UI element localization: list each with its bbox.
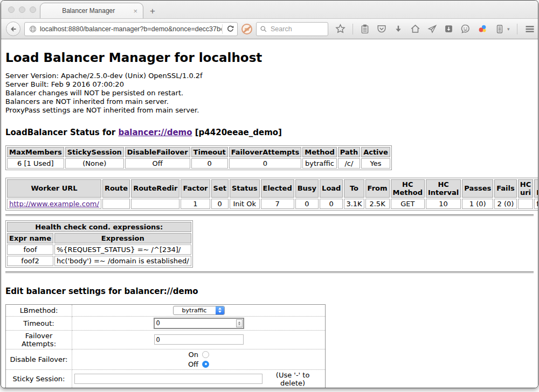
col-active: Active (361, 147, 390, 157)
disable-failover-on-radio[interactable] (202, 351, 209, 358)
select-stepper-icon (216, 306, 224, 314)
proxypass-note-line: ProxyPass settings are NOT inherited fro… (5, 106, 534, 115)
share-icon[interactable] (427, 24, 437, 34)
disable-failover-label: Disable Failover: (6, 349, 72, 369)
url-text[interactable]: localhost:8880/balancer-manager?b=demo&n… (40, 25, 222, 33)
edit-balancer-form: LBmethod: bytraffic Timeout: (5, 304, 326, 388)
chat-icon[interactable] (460, 24, 471, 34)
back-icon (9, 25, 18, 33)
bookmarks-menu-icon[interactable] (360, 24, 370, 34)
radio-off-label: Off (188, 360, 198, 368)
lbmethod-select[interactable]: bytraffic (173, 306, 225, 315)
worker-url-link[interactable]: http://www.example.com/ (9, 200, 99, 208)
search-bar[interactable] (256, 22, 328, 36)
sidebar-icon[interactable] (495, 24, 505, 34)
navigation-toolbar: localhost:8880/balancer-manager?b=demo&n… (1, 18, 538, 39)
toolbar-icons: ▾ (335, 24, 538, 34)
table-row: 6 [1 Used] (None) Off 0 0 bytraffic /c/ … (7, 158, 390, 169)
menu-icon[interactable] (524, 24, 535, 34)
timeout-field-wrapper (154, 318, 244, 329)
server-version-line: Server Version: Apache/2.5.0-dev (Unix) … (5, 72, 534, 80)
back-button[interactable] (6, 22, 20, 36)
page-content: Load Balancer Manager for localhost Serv… (1, 51, 538, 388)
tab-title: Balancer Manager (45, 7, 132, 15)
close-window-button[interactable] (8, 6, 15, 13)
tab-bar: Balancer Manager × + (1, 1, 538, 18)
lbmethod-label: LBmethod: (6, 304, 72, 316)
home-icon[interactable] (410, 24, 420, 34)
sidebar-caret-icon[interactable]: ▾ (507, 26, 510, 32)
hello-icon[interactable] (478, 24, 488, 34)
sticky-session-hint: (Use '-' to delete) (262, 371, 323, 387)
balancer-status-heading: LoadBalancer Status for balancer://demo … (5, 128, 534, 137)
minimize-window-button[interactable] (19, 6, 25, 13)
sticky-session-label: Sticky Session: (6, 369, 72, 388)
window-controls (8, 6, 36, 13)
timeout-label: Timeout: (6, 316, 72, 330)
tab-close-icon[interactable]: × (132, 8, 139, 15)
col-expr-name: Expr name (7, 233, 53, 243)
health-row: foof2 hc('body') =~ /domain is establish… (7, 256, 191, 266)
download-icon[interactable] (393, 24, 403, 34)
health-check-table: Health check cond. expressions: Expr nam… (5, 220, 193, 268)
new-tab-button[interactable]: + (150, 6, 155, 16)
reload-button[interactable] (223, 25, 237, 33)
pocket-icon[interactable] (377, 24, 386, 34)
inherit-note-line: Balancers are NOT inherited from main se… (5, 97, 534, 106)
col-expression: Expression (54, 233, 191, 243)
health-row: foof %{REQUEST_STATUS} =~ /^[234]/ (7, 244, 191, 255)
save-page-icon[interactable] (444, 24, 453, 33)
col-failoverattempts: FailoverAttempts (229, 147, 302, 157)
globe-icon (25, 25, 40, 33)
timeout-input[interactable] (155, 319, 236, 327)
col-maxmembers: MaxMembers (7, 147, 64, 157)
col-worker-url: Worker URL (7, 179, 101, 198)
col-path: Path (338, 147, 360, 157)
col-disablefailover: DisableFailover (125, 147, 190, 157)
worker-table: Worker URL Route RouteRedir Factor Set S… (5, 178, 538, 211)
server-info: Server Version: Apache/2.5.0-dev (Unix) … (5, 72, 534, 115)
section-divider (5, 271, 534, 274)
bookmark-star-icon[interactable] (335, 24, 345, 34)
balancer-demo-link[interactable]: balancer://demo (118, 128, 192, 137)
col-timeout: Timeout (191, 147, 228, 157)
sticky-session-input[interactable] (74, 374, 262, 384)
search-icon (260, 25, 267, 33)
failover-attempts-input[interactable] (154, 334, 244, 345)
section-divider (5, 214, 534, 216)
server-built-line: Server Built: Feb 9 2016 07:00:20 (5, 80, 534, 89)
zoom-window-button[interactable] (30, 6, 36, 13)
persist-note-line: Balancer changes will NOT be persisted o… (5, 89, 534, 97)
failover-attempts-label: Failover Attempts: (6, 330, 72, 349)
search-input[interactable] (270, 25, 321, 33)
col-stickysession: StickySession (65, 147, 124, 157)
browser-window: Balancer Manager × + localhost:8880/bala… (1, 0, 538, 388)
number-stepper-icon[interactable] (236, 319, 243, 327)
worker-row: http://www.example.com/ 1 0 Init Ok 7 0 … (7, 199, 538, 209)
edit-settings-heading: Edit balancer settings for balancer://de… (5, 286, 534, 296)
radio-on-label: On (189, 351, 198, 359)
balancer-status-table: MaxMembers StickySession DisableFailover… (5, 145, 392, 170)
disable-failover-off-radio[interactable] (202, 361, 209, 368)
health-table-title: Health check cond. expressions: (7, 222, 191, 232)
blocked-content-icon[interactable] (241, 24, 252, 34)
col-method: Method (302, 147, 336, 157)
tab-balancer-manager[interactable]: Balancer Manager × (40, 3, 143, 18)
url-bar[interactable]: localhost:8880/balancer-manager?b=demo&n… (24, 22, 238, 36)
page-title: Load Balancer Manager for localhost (5, 51, 534, 65)
